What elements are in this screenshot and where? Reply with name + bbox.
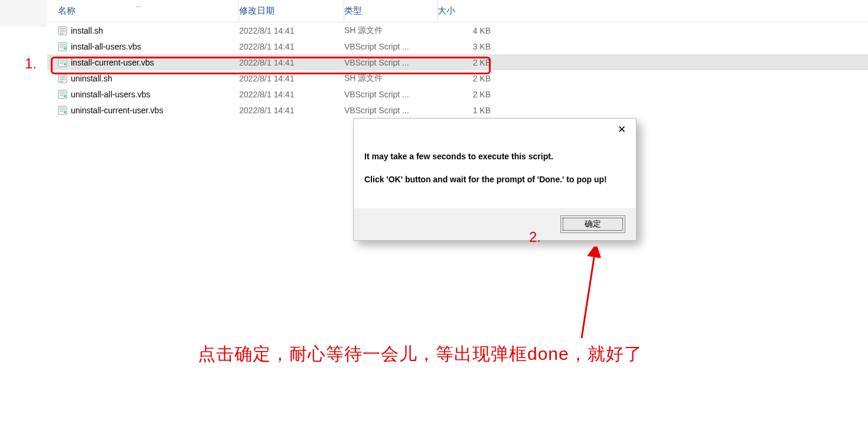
file-size: 4 KB [438, 26, 497, 35]
dialog-body: It may take a few seconds to execute thi… [354, 140, 636, 208]
sort-ascending-icon: ︿ [136, 1, 142, 10]
svg-point-7 [64, 94, 66, 97]
annotation-label-1: 1. [25, 55, 37, 72]
vbs-file-icon [58, 58, 67, 67]
file-name: install-current-user.vbs [71, 58, 154, 67]
column-header-type-label: 类型 [344, 5, 362, 17]
column-header-size[interactable]: 大小 [438, 5, 520, 17]
file-list: install.sh2022/8/1 14:41SH 源文件4 KBinstal… [47, 22, 868, 118]
column-header-name[interactable]: 名称 ︿ [47, 0, 239, 22]
file-type: VBScript Script ... [344, 42, 438, 51]
file-size: 2 KB [438, 74, 497, 83]
vbs-file-icon [58, 106, 67, 115]
file-row[interactable]: uninstall-all-users.vbs2022/8/1 14:41VBS… [47, 86, 868, 102]
file-date: 2022/8/1 14:41 [239, 42, 344, 51]
svg-line-11 [582, 250, 595, 338]
dialog-titlebar: ✕ [354, 119, 636, 140]
svg-point-2 [64, 47, 66, 49]
file-name: uninstall-all-users.vbs [71, 90, 151, 99]
file-date: 2022/8/1 14:41 [239, 58, 344, 67]
script-dialog: ✕ It may take a few seconds to execute t… [353, 118, 637, 241]
file-type: VBScript Script ... [344, 106, 438, 115]
sh-file-icon [58, 74, 67, 83]
dialog-ok-button[interactable]: 确定 [560, 215, 625, 233]
left-gutter [0, 0, 47, 27]
file-size: 2 KB [438, 58, 497, 67]
file-row[interactable]: install-all-users.vbs2022/8/1 14:41VBScr… [47, 38, 868, 54]
column-header-row: 名称 ︿ 修改日期 类型 大小 [47, 0, 868, 22]
vbs-file-icon [58, 42, 67, 51]
file-row[interactable]: uninstall.sh2022/8/1 14:41SH 源文件2 KB [47, 70, 868, 86]
dialog-text-line-2: Click 'OK' button and wait for the promp… [364, 173, 625, 186]
file-date: 2022/8/1 14:41 [239, 26, 344, 35]
file-name: uninstall-current-user.vbs [71, 106, 163, 115]
file-name: install-all-users.vbs [71, 42, 141, 51]
file-size: 1 KB [438, 106, 497, 115]
file-row[interactable]: uninstall-current-user.vbs2022/8/1 14:41… [47, 102, 868, 118]
file-size: 3 KB [438, 42, 497, 51]
close-icon: ✕ [618, 123, 626, 136]
sh-file-icon [58, 26, 67, 35]
file-size: 2 KB [438, 90, 497, 99]
file-row[interactable]: install.sh2022/8/1 14:41SH 源文件4 KB [47, 22, 868, 38]
file-type: SH 源文件 [344, 25, 438, 36]
column-header-date[interactable]: 修改日期 [239, 0, 344, 22]
dialog-text-line-1: It may take a few seconds to execute thi… [364, 150, 625, 163]
file-date: 2022/8/1 14:41 [239, 90, 344, 99]
column-header-type[interactable]: 类型 [344, 0, 438, 22]
dialog-close-button[interactable]: ✕ [609, 120, 635, 138]
file-name: uninstall.sh [71, 74, 112, 83]
column-header-size-label: 大小 [438, 5, 455, 15]
dialog-footer: 确定 [354, 208, 636, 240]
svg-point-4 [64, 63, 66, 65]
svg-point-9 [64, 110, 66, 113]
file-type: SH 源文件 [344, 73, 438, 84]
annotation-arrow-icon [573, 247, 608, 341]
file-type: VBScript Script ... [344, 58, 438, 67]
file-type: VBScript Script ... [344, 90, 438, 99]
file-name: install.sh [71, 26, 103, 35]
annotation-caption: 点击确定，耐心等待一会儿，等出现弹框done，就好了 [198, 342, 642, 366]
file-date: 2022/8/1 14:41 [239, 74, 344, 83]
column-header-name-label: 名称 [58, 5, 76, 17]
file-explorer: 名称 ︿ 修改日期 类型 大小 install.sh2022/8/1 14:41… [47, 0, 868, 118]
column-header-date-label: 修改日期 [239, 5, 275, 17]
file-date: 2022/8/1 14:41 [239, 106, 344, 115]
file-row[interactable]: install-current-user.vbs2022/8/1 14:41VB… [47, 54, 868, 70]
annotation-label-2: 2. [529, 229, 541, 245]
vbs-file-icon [58, 90, 67, 99]
